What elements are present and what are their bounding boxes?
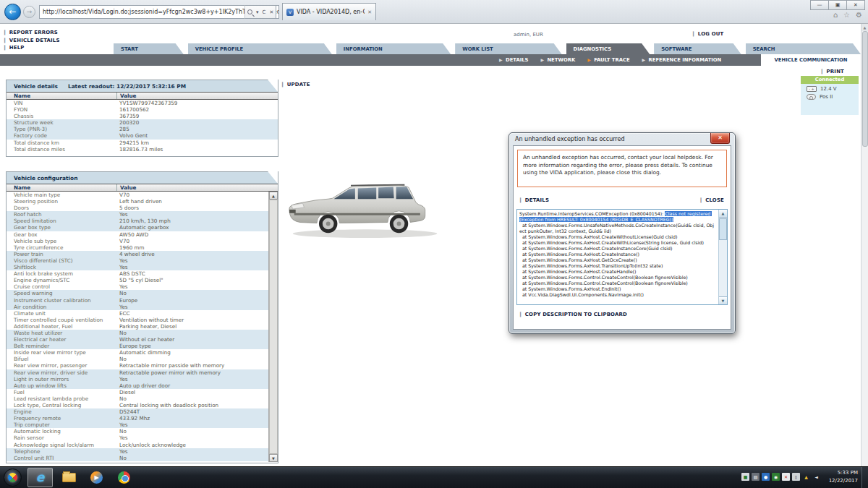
main-tab[interactable]: INFORMATION: [336, 43, 451, 54]
close-link[interactable]: ▎CLOSE: [700, 197, 724, 203]
taskbar-explorer-button[interactable]: [56, 468, 82, 487]
scroll-up-icon[interactable]: ▲: [861, 24, 868, 31]
audio-manager-icon[interactable]: ●: [762, 473, 770, 481]
stop-icon[interactable]: ✕: [269, 9, 273, 15]
chrome-icon: [118, 471, 130, 484]
taskbar-mediaplayer-button[interactable]: ▶: [84, 468, 109, 487]
table-row: Gear box AW50 AWD: [7, 231, 268, 238]
dialog-title: An unhandled exception has occurred: [515, 136, 624, 142]
tab-close-icon[interactable]: ✕: [367, 9, 372, 15]
refresh-icon[interactable]: C: [263, 9, 266, 15]
vehicle-image: [286, 168, 448, 244]
main-tabbar: STARTVEHICLE PROFILEINFORMATIONWORK LIST…: [114, 43, 861, 54]
close-button[interactable]: ✕: [846, 0, 865, 10]
stack-trace-line: at System.Windows.Forms.AxHost.Transitio…: [519, 263, 715, 269]
scroll-down-icon[interactable]: ▼: [269, 454, 278, 462]
quick-link[interactable]: ▎REPORT ERRORS: [4, 30, 60, 35]
battery-icon: - +: [807, 86, 817, 92]
print-link[interactable]: ▎PRINT: [822, 69, 844, 74]
main-tab[interactable]: START: [114, 43, 184, 54]
table-row: Shiftlock Yes: [7, 264, 268, 270]
table-row: Light in outer mirrors Yes: [7, 376, 268, 382]
main-tab[interactable]: WORK LIST: [455, 43, 561, 54]
main-tab[interactable]: SOFTWARE: [654, 43, 741, 54]
scroll-up-icon[interactable]: ▲: [269, 192, 278, 200]
subtab-arrow-icon: ▶: [642, 57, 646, 62]
details-link[interactable]: ▎DETAILS: [520, 197, 549, 203]
table-row: Acknowledge signal lock/alarm Lock/unloc…: [7, 442, 268, 448]
sub-tab[interactable]: ▶ FAULT TRACE: [587, 57, 629, 63]
stack-trace-line: at System.Windows.Forms.AxHost.EndInit(): [519, 286, 715, 292]
table-row: Vehicle main type V70: [7, 192, 268, 198]
sub-tab[interactable]: ▶ NETWORK: [540, 57, 575, 63]
logout-link[interactable]: ▎LOG OUT: [693, 31, 723, 37]
scroll-up-icon[interactable]: ▲: [719, 210, 727, 218]
config-scrollbar[interactable]: ▲ ▼: [268, 192, 278, 462]
connection-status-badge: Connected: [801, 76, 859, 84]
search-icon[interactable]: [247, 9, 252, 14]
taskbar-ie-button[interactable]: e: [27, 468, 53, 487]
main-tab[interactable]: DIAGNOSTICS: [566, 43, 650, 54]
subtab-arrow-icon: ▶: [540, 57, 544, 62]
table-row: Structure week 200320: [7, 119, 278, 126]
quick-link[interactable]: ▎HELP: [4, 45, 60, 51]
table-row: Inside rear view mirror type Automatic d…: [7, 349, 268, 356]
minimize-button[interactable]: —: [810, 0, 829, 10]
table-row: Type (PNR-3) 285: [7, 126, 278, 132]
close-arrow-icon: ▎: [700, 197, 704, 202]
tab-vehicle-communication[interactable]: VEHICLE COMMUNICATION: [761, 54, 861, 66]
tray-app-icon[interactable]: ▧: [752, 473, 760, 481]
action-center-icon[interactable]: ✕: [782, 473, 790, 481]
power-icon[interactable]: ▯: [792, 473, 800, 481]
stack-trace-line: at System.Windows.Forms.AxHost.GetOcxCre…: [519, 257, 715, 263]
page-scrollbar[interactable]: ▲: [861, 24, 868, 466]
table-row: Visco differential (STC) Yes: [7, 257, 268, 264]
table-row: Timer controlled coupé ventilation Venti…: [7, 317, 268, 323]
scroll-thumb[interactable]: [862, 31, 868, 147]
table-row: FYON 161700562: [7, 106, 278, 113]
sub-tab[interactable]: ▶ DETAILS: [499, 57, 528, 63]
browser-tab[interactable]: V VIDA - VIDA2014D, en-GB ✕: [282, 3, 376, 20]
copy-to-clipboard-link[interactable]: ▎COPY DESCRIPTION TO CLIPBOARD: [520, 312, 731, 317]
table-row: Climate unit ECC: [7, 310, 268, 317]
table-row: Doors 5 doors: [7, 205, 268, 211]
scroll-thumb[interactable]: [269, 200, 278, 454]
table-row: Total distance km 294215 km: [7, 140, 278, 146]
stack-trace-line: at System.Windows.Forms.Control.CreateCo…: [519, 275, 715, 281]
taskbar-clock[interactable]: 5:33 PM 12/22/2017: [829, 469, 858, 485]
home-icon[interactable]: ⌂: [833, 11, 838, 19]
taskbar-chrome-button[interactable]: [111, 468, 137, 487]
dialog-close-icon[interactable]: ✕: [710, 133, 730, 144]
sub-tab[interactable]: ▶ REFERENCE INFORMATION: [642, 57, 722, 63]
main-tab[interactable]: VEHICLE PROFILE: [188, 43, 332, 54]
show-desktop-button[interactable]: [861, 467, 868, 488]
subtab-arrow-icon: ▶: [499, 57, 503, 62]
network-icon[interactable]: ▲: [802, 473, 810, 481]
table-row: Engine D5244T: [7, 408, 268, 415]
scroll-thumb[interactable]: [719, 218, 727, 240]
table-row: Auto up window lifts Auto up driver door: [7, 382, 268, 389]
settings-gear-icon[interactable]: ⚙: [856, 11, 862, 19]
update-link[interactable]: ▎UPDATE: [282, 82, 310, 87]
dropdown-icon[interactable]: ▾: [256, 9, 259, 15]
address-bar[interactable]: http://localhost/Vida/Login.do;jsessioni…: [39, 5, 279, 19]
start-button[interactable]: [4, 468, 22, 487]
stack-trace-box[interactable]: System.Runtime.InteropServices.COMExcept…: [516, 209, 728, 305]
vida-app: ▎REPORT ERRORS▎VEHICLE DETAILS▎HELP admi…: [0, 24, 868, 466]
nvidia-settings-icon[interactable]: ◉: [772, 473, 780, 481]
windows-logo-icon: [6, 471, 19, 484]
table-row: VIN YV1SW799742367359: [7, 100, 278, 106]
forward-button[interactable]: →: [23, 6, 35, 18]
table-row: Automatic locking No: [7, 428, 268, 435]
favorites-star-icon[interactable]: ☆: [843, 11, 850, 19]
restore-button[interactable]: ▣: [828, 0, 847, 10]
scroll-down-icon[interactable]: ▼: [719, 296, 727, 304]
subnav-bar: ▶ DETAILS▶ NETWORK▶ FAULT TRACE▶ REFEREN…: [0, 54, 868, 66]
main-tab[interactable]: SEARCH: [746, 43, 861, 54]
quick-link[interactable]: ▎VEHICLE DETAILS: [4, 38, 60, 43]
stack-scrollbar[interactable]: ▲ ▼: [718, 210, 727, 304]
back-button[interactable]: ←: [4, 4, 21, 20]
volume-icon[interactable]: ◄: [812, 473, 820, 481]
vmware-tools-icon[interactable]: ■: [741, 473, 749, 481]
media-player-icon: ▶: [90, 471, 103, 484]
